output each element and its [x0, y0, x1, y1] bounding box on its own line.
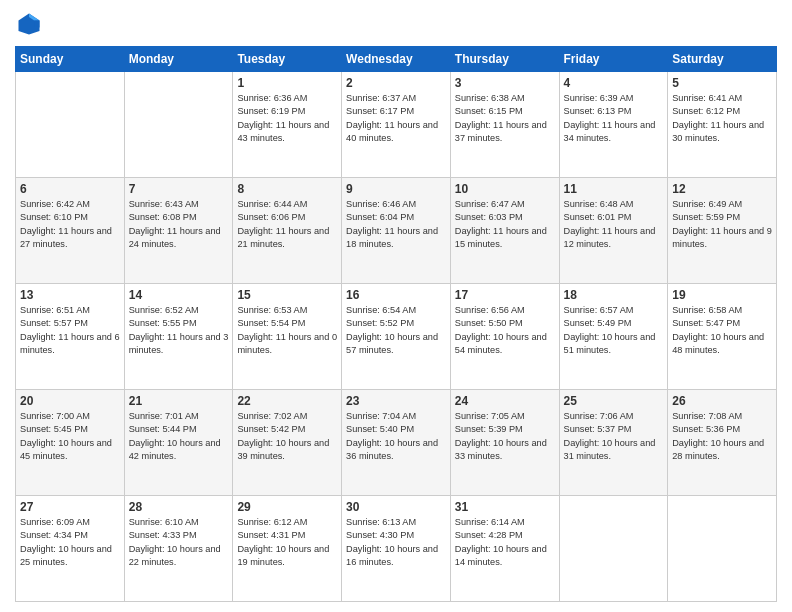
- calendar-cell: 15Sunrise: 6:53 AM Sunset: 5:54 PM Dayli…: [233, 284, 342, 390]
- day-info: Sunrise: 7:08 AM Sunset: 5:36 PM Dayligh…: [672, 410, 772, 463]
- day-info: Sunrise: 6:43 AM Sunset: 6:08 PM Dayligh…: [129, 198, 229, 251]
- weekday-header-friday: Friday: [559, 47, 668, 72]
- week-row-1: 1Sunrise: 6:36 AM Sunset: 6:19 PM Daylig…: [16, 72, 777, 178]
- weekday-row: SundayMondayTuesdayWednesdayThursdayFrid…: [16, 47, 777, 72]
- day-number: 7: [129, 182, 229, 196]
- calendar-cell: 26Sunrise: 7:08 AM Sunset: 5:36 PM Dayli…: [668, 390, 777, 496]
- calendar-cell: 8Sunrise: 6:44 AM Sunset: 6:06 PM Daylig…: [233, 178, 342, 284]
- day-info: Sunrise: 6:44 AM Sunset: 6:06 PM Dayligh…: [237, 198, 337, 251]
- calendar-cell: 4Sunrise: 6:39 AM Sunset: 6:13 PM Daylig…: [559, 72, 668, 178]
- day-info: Sunrise: 6:38 AM Sunset: 6:15 PM Dayligh…: [455, 92, 555, 145]
- calendar-cell: 25Sunrise: 7:06 AM Sunset: 5:37 PM Dayli…: [559, 390, 668, 496]
- day-info: Sunrise: 6:13 AM Sunset: 4:30 PM Dayligh…: [346, 516, 446, 569]
- calendar-cell: [559, 496, 668, 602]
- calendar-cell: [668, 496, 777, 602]
- calendar-cell: 14Sunrise: 6:52 AM Sunset: 5:55 PM Dayli…: [124, 284, 233, 390]
- day-number: 31: [455, 500, 555, 514]
- day-number: 9: [346, 182, 446, 196]
- day-info: Sunrise: 6:58 AM Sunset: 5:47 PM Dayligh…: [672, 304, 772, 357]
- day-info: Sunrise: 6:14 AM Sunset: 4:28 PM Dayligh…: [455, 516, 555, 569]
- day-info: Sunrise: 6:10 AM Sunset: 4:33 PM Dayligh…: [129, 516, 229, 569]
- day-info: Sunrise: 6:51 AM Sunset: 5:57 PM Dayligh…: [20, 304, 120, 357]
- day-number: 15: [237, 288, 337, 302]
- calendar-cell: 29Sunrise: 6:12 AM Sunset: 4:31 PM Dayli…: [233, 496, 342, 602]
- calendar-cell: 2Sunrise: 6:37 AM Sunset: 6:17 PM Daylig…: [342, 72, 451, 178]
- day-number: 16: [346, 288, 446, 302]
- day-info: Sunrise: 6:56 AM Sunset: 5:50 PM Dayligh…: [455, 304, 555, 357]
- calendar-cell: 16Sunrise: 6:54 AM Sunset: 5:52 PM Dayli…: [342, 284, 451, 390]
- day-number: 2: [346, 76, 446, 90]
- day-number: 17: [455, 288, 555, 302]
- calendar-cell: 19Sunrise: 6:58 AM Sunset: 5:47 PM Dayli…: [668, 284, 777, 390]
- calendar-cell: 31Sunrise: 6:14 AM Sunset: 4:28 PM Dayli…: [450, 496, 559, 602]
- day-info: Sunrise: 6:12 AM Sunset: 4:31 PM Dayligh…: [237, 516, 337, 569]
- calendar-cell: 1Sunrise: 6:36 AM Sunset: 6:19 PM Daylig…: [233, 72, 342, 178]
- weekday-header-tuesday: Tuesday: [233, 47, 342, 72]
- day-info: Sunrise: 7:05 AM Sunset: 5:39 PM Dayligh…: [455, 410, 555, 463]
- logo-icon: [15, 10, 43, 38]
- day-info: Sunrise: 6:54 AM Sunset: 5:52 PM Dayligh…: [346, 304, 446, 357]
- calendar-body: 1Sunrise: 6:36 AM Sunset: 6:19 PM Daylig…: [16, 72, 777, 602]
- calendar-cell: 9Sunrise: 6:46 AM Sunset: 6:04 PM Daylig…: [342, 178, 451, 284]
- calendar-cell: [124, 72, 233, 178]
- day-info: Sunrise: 6:39 AM Sunset: 6:13 PM Dayligh…: [564, 92, 664, 145]
- day-number: 14: [129, 288, 229, 302]
- calendar-cell: 27Sunrise: 6:09 AM Sunset: 4:34 PM Dayli…: [16, 496, 125, 602]
- weekday-header-wednesday: Wednesday: [342, 47, 451, 72]
- page: SundayMondayTuesdayWednesdayThursdayFrid…: [0, 0, 792, 612]
- day-number: 6: [20, 182, 120, 196]
- calendar-cell: 17Sunrise: 6:56 AM Sunset: 5:50 PM Dayli…: [450, 284, 559, 390]
- day-number: 8: [237, 182, 337, 196]
- calendar-cell: 18Sunrise: 6:57 AM Sunset: 5:49 PM Dayli…: [559, 284, 668, 390]
- calendar-header: SundayMondayTuesdayWednesdayThursdayFrid…: [16, 47, 777, 72]
- day-info: Sunrise: 7:06 AM Sunset: 5:37 PM Dayligh…: [564, 410, 664, 463]
- day-number: 10: [455, 182, 555, 196]
- day-number: 23: [346, 394, 446, 408]
- day-info: Sunrise: 6:52 AM Sunset: 5:55 PM Dayligh…: [129, 304, 229, 357]
- header: [15, 10, 777, 38]
- day-number: 1: [237, 76, 337, 90]
- calendar-cell: 6Sunrise: 6:42 AM Sunset: 6:10 PM Daylig…: [16, 178, 125, 284]
- day-info: Sunrise: 6:37 AM Sunset: 6:17 PM Dayligh…: [346, 92, 446, 145]
- day-number: 4: [564, 76, 664, 90]
- day-info: Sunrise: 6:48 AM Sunset: 6:01 PM Dayligh…: [564, 198, 664, 251]
- calendar-cell: 30Sunrise: 6:13 AM Sunset: 4:30 PM Dayli…: [342, 496, 451, 602]
- calendar-cell: 23Sunrise: 7:04 AM Sunset: 5:40 PM Dayli…: [342, 390, 451, 496]
- calendar-cell: 13Sunrise: 6:51 AM Sunset: 5:57 PM Dayli…: [16, 284, 125, 390]
- day-number: 3: [455, 76, 555, 90]
- day-number: 29: [237, 500, 337, 514]
- week-row-4: 20Sunrise: 7:00 AM Sunset: 5:45 PM Dayli…: [16, 390, 777, 496]
- week-row-3: 13Sunrise: 6:51 AM Sunset: 5:57 PM Dayli…: [16, 284, 777, 390]
- calendar-cell: 11Sunrise: 6:48 AM Sunset: 6:01 PM Dayli…: [559, 178, 668, 284]
- calendar-cell: 22Sunrise: 7:02 AM Sunset: 5:42 PM Dayli…: [233, 390, 342, 496]
- day-info: Sunrise: 6:42 AM Sunset: 6:10 PM Dayligh…: [20, 198, 120, 251]
- day-number: 20: [20, 394, 120, 408]
- day-info: Sunrise: 7:02 AM Sunset: 5:42 PM Dayligh…: [237, 410, 337, 463]
- calendar-cell: 28Sunrise: 6:10 AM Sunset: 4:33 PM Dayli…: [124, 496, 233, 602]
- weekday-header-monday: Monday: [124, 47, 233, 72]
- day-info: Sunrise: 6:09 AM Sunset: 4:34 PM Dayligh…: [20, 516, 120, 569]
- day-info: Sunrise: 6:46 AM Sunset: 6:04 PM Dayligh…: [346, 198, 446, 251]
- calendar-cell: [16, 72, 125, 178]
- day-number: 21: [129, 394, 229, 408]
- calendar-cell: 7Sunrise: 6:43 AM Sunset: 6:08 PM Daylig…: [124, 178, 233, 284]
- day-number: 30: [346, 500, 446, 514]
- day-info: Sunrise: 6:41 AM Sunset: 6:12 PM Dayligh…: [672, 92, 772, 145]
- calendar-cell: 21Sunrise: 7:01 AM Sunset: 5:44 PM Dayli…: [124, 390, 233, 496]
- week-row-2: 6Sunrise: 6:42 AM Sunset: 6:10 PM Daylig…: [16, 178, 777, 284]
- week-row-5: 27Sunrise: 6:09 AM Sunset: 4:34 PM Dayli…: [16, 496, 777, 602]
- calendar-table: SundayMondayTuesdayWednesdayThursdayFrid…: [15, 46, 777, 602]
- calendar-cell: 3Sunrise: 6:38 AM Sunset: 6:15 PM Daylig…: [450, 72, 559, 178]
- svg-marker-2: [34, 21, 39, 28]
- day-number: 27: [20, 500, 120, 514]
- day-number: 25: [564, 394, 664, 408]
- day-number: 18: [564, 288, 664, 302]
- day-number: 5: [672, 76, 772, 90]
- calendar-cell: 10Sunrise: 6:47 AM Sunset: 6:03 PM Dayli…: [450, 178, 559, 284]
- day-number: 28: [129, 500, 229, 514]
- day-number: 13: [20, 288, 120, 302]
- day-info: Sunrise: 7:01 AM Sunset: 5:44 PM Dayligh…: [129, 410, 229, 463]
- day-info: Sunrise: 6:36 AM Sunset: 6:19 PM Dayligh…: [237, 92, 337, 145]
- weekday-header-saturday: Saturday: [668, 47, 777, 72]
- weekday-header-sunday: Sunday: [16, 47, 125, 72]
